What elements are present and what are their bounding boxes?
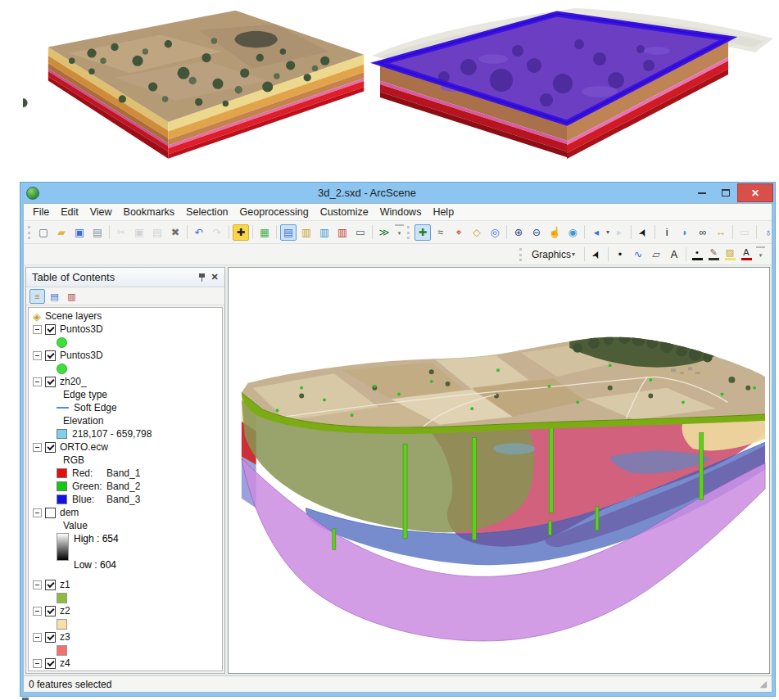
zoom-to-target-icon[interactable]: ◇ xyxy=(469,224,485,241)
layer-checkbox-puntos3d[interactable] xyxy=(45,324,56,335)
point-symbol-swatch[interactable] xyxy=(57,337,67,348)
expander-icon[interactable] xyxy=(33,607,42,616)
toc-tree[interactable]: ◈Scene layersPuntos3DPuntos3Dzh20_Edge t… xyxy=(28,307,223,671)
copy-icon[interactable]: ▣ xyxy=(131,224,147,241)
font-color-button[interactable]: A xyxy=(739,247,754,262)
list-by-visibility-icon[interactable]: ▥ xyxy=(64,289,79,304)
fill-symbol-swatch[interactable] xyxy=(57,593,67,603)
layer-checkbox-orto-ecw[interactable] xyxy=(45,442,56,453)
zoom-out-icon[interactable]: ⊖ xyxy=(528,224,545,241)
menu-geoprocessing[interactable]: Geoprocessing xyxy=(234,205,315,219)
cut-icon[interactable]: ✂ xyxy=(113,224,129,241)
resize-grip[interactable]: ◢ xyxy=(760,679,767,689)
layer-label-puntos3d[interactable]: Puntos3D xyxy=(60,323,103,335)
layer-checkbox-z1[interactable] xyxy=(45,580,56,590)
color-ramp-swatch[interactable] xyxy=(57,533,69,561)
layer-checkbox-puntos3d[interactable] xyxy=(45,350,56,361)
new-line-icon[interactable]: ∿ xyxy=(630,246,646,263)
new-text-icon[interactable]: A xyxy=(666,246,682,263)
open-folder-icon[interactable]: ▰ xyxy=(53,224,70,241)
toolbar-options-icon[interactable]: ▾ xyxy=(395,224,404,241)
expander-icon[interactable] xyxy=(33,633,42,642)
find-icon[interactable]: ∞ xyxy=(695,224,711,241)
band-color-swatch[interactable] xyxy=(57,495,67,504)
list-by-drawing-order-icon[interactable]: ≡ xyxy=(29,289,45,304)
list-by-source-icon[interactable]: ▤ xyxy=(47,289,62,304)
catalog-window-icon[interactable]: ▥ xyxy=(298,224,315,241)
menu-help[interactable]: Help xyxy=(427,205,460,219)
expander-icon[interactable] xyxy=(33,325,42,334)
add-data-icon[interactable]: ✚ xyxy=(233,224,249,241)
fill-symbol-swatch[interactable] xyxy=(57,671,67,672)
table-of-contents-icon[interactable]: ▤ xyxy=(280,224,297,241)
band-color-swatch[interactable] xyxy=(57,481,67,491)
previous-extent-icon[interactable]: ◂ xyxy=(588,224,605,241)
layer-checkbox-z3[interactable] xyxy=(45,632,56,643)
pan-icon[interactable]: ☝ xyxy=(546,224,563,241)
set-observer-icon[interactable]: ◎ xyxy=(487,224,503,241)
expander-icon[interactable] xyxy=(33,377,42,386)
point-symbol-swatch[interactable] xyxy=(57,364,67,374)
toolbar-options-icon[interactable]: ▾ xyxy=(756,246,765,263)
toolbar-grip[interactable] xyxy=(28,226,31,239)
layer-checkbox-dem[interactable] xyxy=(45,508,56,518)
layer-label-zh20[interactable]: zh20_ xyxy=(60,376,87,387)
layer-checkbox-z2[interactable] xyxy=(45,606,56,616)
expander-icon[interactable] xyxy=(33,659,42,668)
menu-customize[interactable]: Customize xyxy=(315,205,374,219)
python-window-icon[interactable]: ▭ xyxy=(352,224,369,241)
next-extent-icon[interactable]: ▸ xyxy=(611,224,627,241)
full-extent-icon[interactable]: ◉ xyxy=(564,224,581,241)
titlebar[interactable]: 3d_2.sxd - ArcScene ✕ xyxy=(20,183,775,203)
viewer-window-icon[interactable]: ▭ xyxy=(736,224,753,241)
menu-view[interactable]: View xyxy=(84,205,118,219)
layer-label-orto-ecw[interactable]: ORTO.ecw xyxy=(60,441,108,453)
menu-bookmarks[interactable]: Bookmarks xyxy=(118,205,181,219)
measure-icon[interactable]: ↔ xyxy=(713,224,729,241)
undo-icon[interactable]: ↶ xyxy=(191,224,207,241)
autohide-pin-button[interactable] xyxy=(195,271,208,284)
graphics-menu[interactable]: Graphics▾ xyxy=(526,246,582,264)
fly-icon[interactable]: ≈ xyxy=(433,224,449,241)
group-label[interactable]: Scene layers xyxy=(45,310,102,322)
menu-selection[interactable]: Selection xyxy=(180,205,233,219)
expander-icon[interactable] xyxy=(33,443,42,452)
save-icon[interactable]: ▣ xyxy=(71,224,88,241)
animation-globe-icon[interactable]: ♁ xyxy=(760,224,777,241)
new-polygon-icon[interactable]: ▱ xyxy=(648,246,664,263)
redo-icon[interactable]: ↷ xyxy=(209,224,225,241)
layer-label-puntos3d[interactable]: Puntos3D xyxy=(60,350,103,361)
minimize-button[interactable] xyxy=(690,185,713,201)
scene-viewport[interactable] xyxy=(228,267,770,674)
arctoolbox-icon[interactable]: ▥ xyxy=(334,224,351,241)
maximize-button[interactable] xyxy=(713,185,737,201)
line-color-button[interactable]: ✎ xyxy=(706,247,721,262)
menu-file[interactable]: File xyxy=(27,205,55,219)
select-elements-icon[interactable]: ➤ xyxy=(586,243,608,265)
expander-icon[interactable] xyxy=(33,508,42,517)
search-window-icon[interactable]: ▥ xyxy=(316,224,333,241)
view-image-icon[interactable]: ▦ xyxy=(256,224,273,241)
modelbuilder-icon[interactable]: ≫ xyxy=(376,224,392,241)
toolbar-grip[interactable] xyxy=(407,226,410,239)
fill-symbol-swatch[interactable] xyxy=(57,645,67,656)
menu-windows[interactable]: Windows xyxy=(374,205,428,219)
layer-checkbox-z4[interactable] xyxy=(45,658,56,669)
fill-symbol-swatch[interactable] xyxy=(57,619,67,630)
band-color-swatch[interactable] xyxy=(57,468,67,478)
toc-close-button[interactable]: ✕ xyxy=(208,271,221,284)
color-swatch[interactable] xyxy=(57,429,67,439)
delete-icon[interactable]: ✖ xyxy=(167,224,183,241)
new-document-icon[interactable]: ▢ xyxy=(35,224,52,241)
toolbar-grip[interactable] xyxy=(519,248,523,261)
paste-icon[interactable]: ▤ xyxy=(149,224,165,241)
html-popup-icon[interactable]: ◗ xyxy=(677,224,693,241)
print-icon[interactable]: ▤ xyxy=(89,224,106,241)
layer-label-z2[interactable]: z2 xyxy=(60,605,70,616)
layer-label-z3[interactable]: z3 xyxy=(60,631,70,643)
new-marker-icon[interactable]: • xyxy=(612,246,628,263)
close-button[interactable]: ✕ xyxy=(737,183,773,202)
layer-label-z1[interactable]: z1 xyxy=(60,579,70,590)
navigate-icon[interactable]: ✚ xyxy=(414,224,431,241)
identify-icon[interactable]: i xyxy=(659,224,675,241)
